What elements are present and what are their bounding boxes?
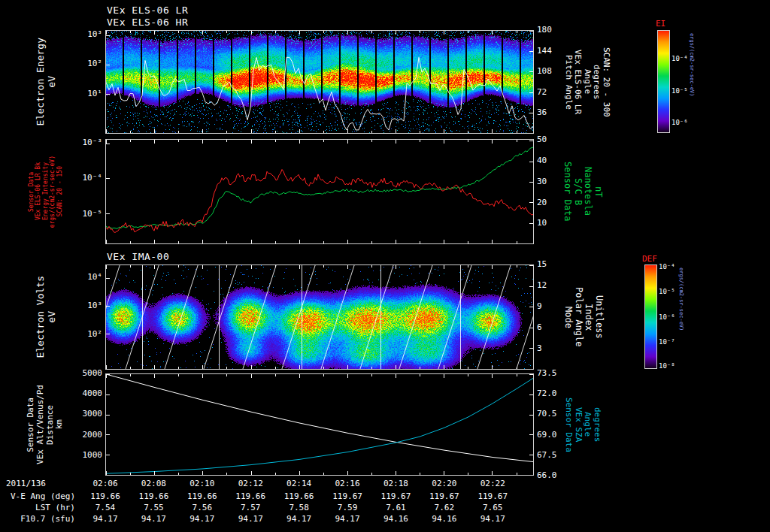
footer-value: 7.57 <box>233 503 268 512</box>
p1-right-tick: 180 <box>537 25 573 35</box>
p3-right-tick: 12 <box>537 280 573 290</box>
polar-angle-label: Polar Angle <box>574 287 584 346</box>
time-tick-label: 02:22 <box>476 479 509 488</box>
nanotesla-label: Nanotesla <box>584 167 593 216</box>
els-lr-title: VEx ELS-06 LR <box>107 5 188 16</box>
p4-right-tick: 66.0 <box>537 470 573 480</box>
footer-value: 94.17 <box>185 514 220 524</box>
p4-left-tick: 5000 <box>71 368 102 378</box>
p2-right-tick: 30 <box>537 177 573 186</box>
p4-right-tick: 72.0 <box>537 388 573 398</box>
p4-right-tick: 73.5 <box>537 368 573 378</box>
alt-venus-pd-label: VEx Alt/Venus/Pd <box>36 385 45 464</box>
p1-right-tick: 108 <box>537 66 573 76</box>
date-label: 2011/136 <box>6 479 46 488</box>
p3-right-tick: 15 <box>537 259 573 269</box>
p3-y-axis-title: Electron Volts eV <box>23 264 69 370</box>
degrees-label: degrees <box>593 65 602 99</box>
scan-range-label: SCAN: 20 - 150 <box>57 166 63 216</box>
time-tick-label: 02:12 <box>234 479 267 488</box>
index-label: Index <box>584 304 594 331</box>
p2-left-tick: 10⁻⁵ <box>71 209 102 219</box>
sc-b-label: S/C B <box>573 178 583 205</box>
ei-colorbar-label: EI <box>656 19 665 29</box>
p2-left-tick: 10⁻³ <box>71 138 102 147</box>
def-colorbar-tick: 10⁻⁶ <box>659 313 675 321</box>
footer-value: 7.54 <box>88 503 123 512</box>
footer-value: 94.17 <box>136 514 171 524</box>
footer-value: 94.16 <box>427 514 462 524</box>
nt-unit-label: nT <box>593 186 603 197</box>
time-tick-label: 02:18 <box>379 479 412 488</box>
p4-left-tick: 4000 <box>71 388 102 398</box>
sza-angle-label: Angle <box>584 412 593 437</box>
footer-value: 7.62 <box>427 503 462 512</box>
p4-left-tick: 2000 <box>71 430 102 440</box>
ev-unit-label: eV <box>47 76 57 88</box>
els-hr-title: VEx ELS-06 HR <box>107 17 188 28</box>
def-colorbar-label: DEF <box>642 254 657 264</box>
sza-degrees-label: degrees <box>593 407 602 442</box>
scan-20-300-label: SCAN: 20 - 300 <box>602 47 611 117</box>
p3-right-tick: 9 <box>537 301 573 311</box>
footer-value: 7.61 <box>378 503 413 512</box>
p4-right-tick: 70.5 <box>537 409 573 419</box>
ima-spectrogram <box>105 264 534 370</box>
vex-sza-label: VEx SZA <box>574 407 583 442</box>
ve-ang-row-label: V-E Ang (deg) <box>2 491 75 501</box>
p3-left-tick: 10² <box>71 329 102 339</box>
footer-value: 119.66 <box>136 491 171 501</box>
def-colorbar <box>644 264 657 369</box>
p2-y-axis-title: Sensor Data VEx ELS-06 LR Bk Energy Inte… <box>23 139 69 244</box>
time-tick-label: 02:06 <box>89 479 122 488</box>
p2-right-tick: 10 <box>537 218 573 228</box>
p2-right-axis-title: Sensor Data S/C B Nanotesla nT <box>561 139 605 244</box>
altitude-sza-chart <box>105 373 534 476</box>
time-tick-label: 02:16 <box>331 479 364 488</box>
p2-left-tick: 10⁻⁴ <box>71 173 102 183</box>
footer-value: 119.67 <box>427 491 462 501</box>
p3-right-tick: 3 <box>537 343 573 353</box>
p1-left-tick: 10¹ <box>71 89 102 98</box>
p1-left-tick: 10³ <box>71 29 102 39</box>
footer-value: 119.66 <box>233 491 268 501</box>
time-tick-label: 02:10 <box>186 479 219 488</box>
def-colorbar-tick: 10⁻⁸ <box>659 362 675 370</box>
footer-value: 94.17 <box>282 514 317 524</box>
angle-label: Angle <box>583 69 592 94</box>
ima-ev-unit-label: eV <box>47 311 57 323</box>
footer-value: 7.58 <box>282 503 317 512</box>
footer-value: 119.66 <box>282 491 317 501</box>
sza-sensor-data-label: Sensor Data <box>564 397 573 452</box>
footer-value: 119.67 <box>330 491 365 501</box>
p3-right-tick: 6 <box>537 322 573 332</box>
time-tick-label: 02:08 <box>137 479 170 488</box>
p4-right-tick: 69.0 <box>537 430 573 440</box>
sensor-data-label: Sensor Data <box>29 172 35 212</box>
km-unit-label: km <box>55 419 64 429</box>
p1-y-axis-title: Electron Energy eV <box>21 30 71 134</box>
intensity-bfield-chart <box>105 139 534 244</box>
footer-value: 7.55 <box>136 503 171 512</box>
footer-value: 94.16 <box>378 514 413 524</box>
p4-left-tick: 1000 <box>71 450 102 460</box>
p3-left-tick: 10³ <box>71 301 102 310</box>
footer-value: 94.17 <box>475 514 510 524</box>
footer-value: 7.65 <box>475 503 510 512</box>
footer-value: 7.56 <box>185 503 220 512</box>
footer-value: 94.17 <box>330 514 365 524</box>
footer-value: 7.59 <box>330 503 365 512</box>
alt-sensor-data-label: Sensor Data <box>26 397 35 452</box>
p1-right-tick: 72 <box>537 87 573 97</box>
footer-value: 119.66 <box>88 491 123 501</box>
p1-right-tick: 36 <box>537 107 573 117</box>
b-sensor-data-label: Sensor Data <box>562 162 572 221</box>
electron-volts-label: Electron Volts <box>35 276 46 358</box>
footer-value: 94.17 <box>233 514 268 524</box>
p2-right-tick: 20 <box>537 198 573 207</box>
ima-title: VEx IMA-00 <box>107 251 169 262</box>
p4-y-axis-title: Sensor Data VEx Alt/Venus/Pd Distance km <box>17 373 74 476</box>
p1-right-tick: 144 <box>537 46 573 56</box>
els-spectrogram <box>105 30 534 134</box>
unitless-label: Unitless <box>594 295 604 339</box>
